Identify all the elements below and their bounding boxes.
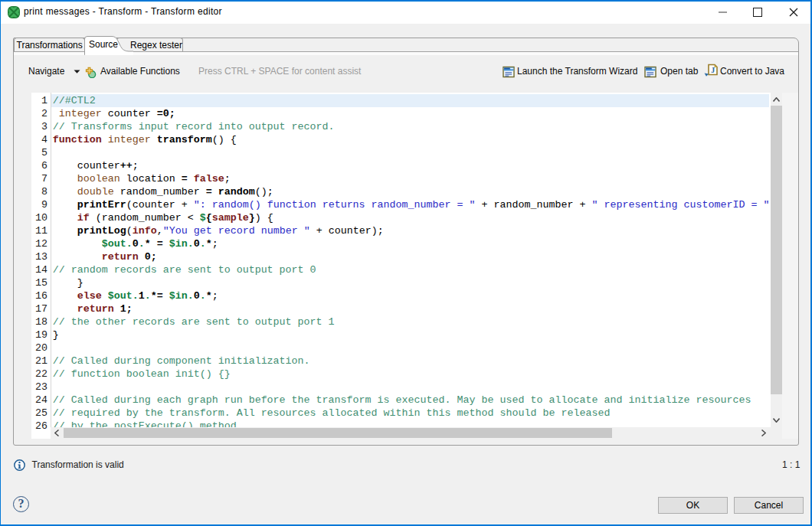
svg-text:J: J xyxy=(711,66,715,74)
